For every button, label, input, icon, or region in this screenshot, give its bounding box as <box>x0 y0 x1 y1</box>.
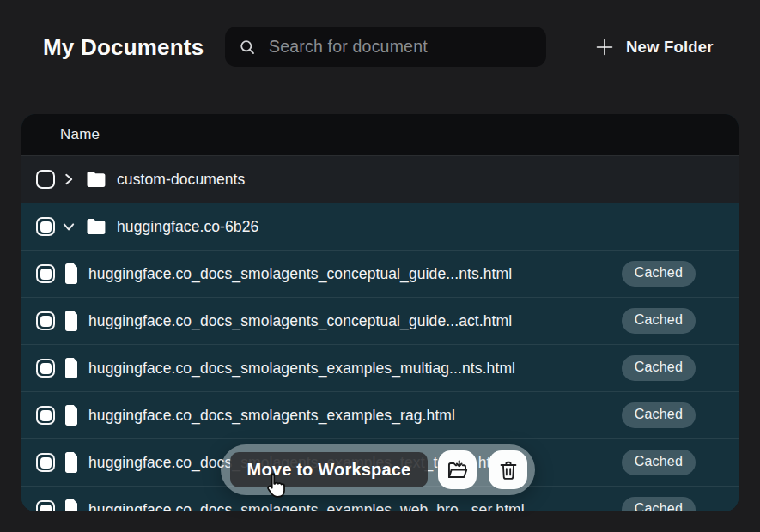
table-row[interactable]: huggingface.co-6b26 <box>21 203 739 250</box>
row-checkbox[interactable] <box>36 170 55 189</box>
file-icon <box>63 452 80 473</box>
file-icon <box>63 499 80 511</box>
trash-icon <box>497 459 520 481</box>
cached-badge: Cached <box>622 355 696 381</box>
chevron-right-icon[interactable] <box>62 172 76 186</box>
row-name: custom-documents <box>117 171 245 189</box>
row-name: huggingface.co_docs_smolagents_conceptua… <box>88 265 512 283</box>
cached-badge: Cached <box>622 261 696 287</box>
new-folder-label: New Folder <box>626 38 714 57</box>
cached-badge: Cached <box>622 402 696 428</box>
row-checkbox[interactable] <box>36 264 55 283</box>
row-name: huggingface.co-6b26 <box>117 218 258 236</box>
delete-button[interactable] <box>489 450 527 489</box>
table-row[interactable]: huggingface.co_docs_smolagents_conceptua… <box>21 297 739 344</box>
table-row[interactable]: huggingface.co_docs_smolagents_conceptua… <box>21 250 739 297</box>
new-folder-button[interactable]: New Folder <box>589 28 719 66</box>
table-row[interactable]: huggingface.co_docs_smolagents_examples_… <box>21 391 739 438</box>
table-row[interactable]: huggingface.co_docs_smolagents_examples_… <box>21 344 739 391</box>
table-header: Name <box>21 114 739 155</box>
file-icon <box>63 263 80 284</box>
folder-icon <box>86 171 106 188</box>
move-to-workspace-button[interactable]: Move to Workspace <box>230 452 428 487</box>
move-to-folder-button[interactable] <box>438 450 477 489</box>
row-name: huggingface.co_docs_smolagents_examples_… <box>88 407 455 425</box>
file-icon <box>63 405 80 426</box>
row-name: huggingface.co_docs_smolagents_examples_… <box>88 360 515 378</box>
file-icon <box>63 358 80 378</box>
cached-badge: Cached <box>622 497 696 511</box>
page-title: My Documents <box>43 34 204 61</box>
cached-badge: Cached <box>622 308 696 334</box>
plus-icon <box>594 37 615 57</box>
folder-icon <box>86 218 106 235</box>
folder-download-icon <box>446 458 469 481</box>
chevron-down-icon[interactable] <box>62 220 76 233</box>
search-input[interactable] <box>267 36 532 57</box>
row-name: huggingface.co_docs_smolagents_conceptua… <box>88 312 512 330</box>
file-icon <box>63 311 80 331</box>
table-row[interactable]: custom-documents <box>21 155 739 203</box>
cached-badge: Cached <box>622 450 696 475</box>
search-icon <box>239 39 256 56</box>
row-checkbox[interactable] <box>36 500 55 511</box>
row-checkbox[interactable] <box>36 311 55 330</box>
search-box[interactable] <box>225 27 546 67</box>
selection-toolbar: Move to Workspace <box>221 444 535 495</box>
row-checkbox[interactable] <box>36 359 55 378</box>
row-checkbox[interactable] <box>36 406 55 425</box>
row-checkbox[interactable] <box>36 453 55 472</box>
row-name: huggingface.co_docs_smolagents_examples_… <box>88 501 525 512</box>
row-checkbox[interactable] <box>36 217 55 236</box>
column-name: Name <box>60 126 100 143</box>
